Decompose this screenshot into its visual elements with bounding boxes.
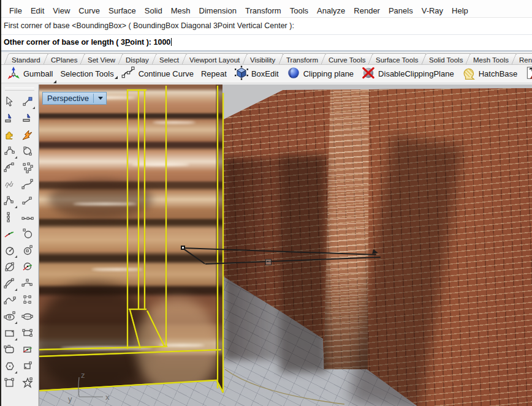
menu-transform[interactable]: Transform [241,5,286,17]
tool-select-arrow[interactable] [2,94,18,110]
clipping-plane-icon [286,66,301,83]
command-history-text: First corner of base <BoundingBox> ( Bou… [4,21,294,30]
menu-analyze[interactable]: Analyze [313,5,349,17]
tab-transform[interactable]: Transform [278,53,327,64]
toolbar-button-selection-tools[interactable]: Selection Tools [59,69,117,79]
tool-circle-diameter[interactable] [2,259,18,275]
tool-plugin-puzzle[interactable] [2,127,18,143]
tab-curve-tools[interactable]: Curve Tools [321,53,374,64]
arc-start-end-icon [21,277,34,290]
toolbar-button-hatchbase[interactable]: HatchBase [460,65,522,83]
menu-render[interactable]: Render [349,5,384,17]
tool-arc-through-points[interactable] [2,160,18,176]
tool-star[interactable] [20,375,36,391]
tool-rounded-rectangle[interactable] [2,342,18,358]
menu-v-ray[interactable]: V-Ray [417,5,447,17]
tool-helix[interactable] [2,176,18,192]
star-icon [21,377,34,389]
toolbar-button-label: Repeat [201,69,227,78]
tool-multiple-points[interactable] [20,160,36,176]
curve-control-points-icon [4,145,16,157]
viewport-title-dropdown[interactable]: Perspective [42,92,107,105]
tool-blend-curve[interactable] [2,292,18,308]
toolbar-grip[interactable] [5,88,34,91]
rectangle-corner-icon [4,327,16,339]
square-icon [4,377,16,389]
menu-solid[interactable]: Solid [140,5,167,17]
tool-ellipse-center[interactable] [2,309,18,325]
rectangle-3point-icon [21,327,34,339]
command-prompt-label-end: oint ): [130,38,153,47]
tool-polygon-edge[interactable] [20,358,36,374]
viewport-title[interactable]: Perspective [47,94,93,103]
tool-vertical-line[interactable] [2,209,18,225]
circle-point-icon [21,244,34,257]
menu-view[interactable]: View [48,5,74,17]
tool-polygon-center[interactable] [2,358,18,374]
chevron-down-icon[interactable] [98,97,103,100]
tool-rectangle-center[interactable] [20,342,36,358]
tool-circle-center[interactable] [20,226,36,242]
blend-curve-icon [4,294,16,306]
menu-file[interactable]: File [5,5,26,17]
circle-center-icon [21,228,34,240]
toolbar-button-hidelayersindet[interactable]: HideLayersInDet [523,65,532,83]
tool-line-segments[interactable] [20,209,36,225]
tool-curve-through-points[interactable] [20,176,36,192]
tool-curve-control-points[interactable] [2,143,18,159]
circle-around-curve-icon [21,261,34,273]
tab-standard[interactable]: Standard [4,53,49,64]
multiple-points-icon [21,162,34,174]
tab-render-to[interactable]: Render To [511,53,532,64]
menu-panels[interactable]: Panels [384,5,417,17]
tool-circle-point[interactable] [20,242,36,258]
menu-dimension[interactable]: Dimension [195,5,241,17]
toolbar-button-clipping-plane[interactable]: Clipping plane [285,65,357,83]
line-two-point-icon [21,195,34,207]
command-input-value[interactable]: 1000 [153,38,170,47]
arc-center-icon [4,277,16,290]
tab-solid-tools[interactable]: Solid Tools [421,53,472,64]
tool-ellipse-diameter[interactable] [20,309,36,325]
tool-closed-curve[interactable] [20,143,36,159]
helix-icon [4,178,16,190]
tool-line-two-point[interactable] [20,193,36,209]
tool-line-normal[interactable] [2,226,18,242]
tool-move-uvn[interactable] [20,94,36,110]
viewport-perspective[interactable]: z y x Perspective [39,85,532,406]
toolbar-button-gumball[interactable]: Gumball [5,65,56,83]
menu-mesh[interactable]: Mesh [167,5,195,17]
window-edge [0,0,1,406]
command-prompt-line[interactable]: Other corner of base or length ( 3Point … [0,35,532,51]
tool-arc-start-end[interactable] [20,276,36,291]
tool-arc-center[interactable] [2,276,18,291]
menu-curve[interactable]: Curve [74,5,104,17]
circle-radius-icon [4,244,16,257]
menu-tools[interactable]: Tools [286,5,313,17]
tool-show-objects[interactable] [20,110,36,126]
toolbar-tab-bar: StandardCPlanesSet ViewDisplaySelectView… [0,52,532,65]
menu-surface[interactable]: Surface [104,5,140,17]
tab-mesh-tools[interactable]: Mesh Tools [465,53,517,64]
toolbar-button-label: BoxEdit [251,69,279,78]
toolbar-button-disableclippingplane[interactable]: DisableClippingPlane [360,65,458,83]
tool-explode[interactable] [20,127,36,143]
toolbar-button-continue-curve[interactable]: Continue Curve [120,65,197,83]
menu-edit[interactable]: Edit [26,5,48,17]
tool-rectangle-corner[interactable] [2,325,18,341]
command-prompt-label: Other corner of base or length ( 3 [4,38,125,47]
tab-surface-tools[interactable]: Surface Tools [368,53,427,64]
toolbar-button-boxedit[interactable]: BoxEdit [233,65,283,83]
tab-viewport-layout[interactable]: Viewport Layout [181,53,249,64]
menu-help[interactable]: Help [447,5,473,17]
tab-visibility[interactable]: Visibility [243,53,285,64]
tool-circle-around-curve[interactable] [20,259,36,275]
tool-polyline[interactable] [2,193,18,209]
toolbar-button-repeat[interactable]: Repeat [200,69,230,79]
tool-circle-radius[interactable] [2,242,18,258]
tool-edit-points[interactable] [20,292,36,308]
tool-square[interactable] [2,375,18,391]
tool-hide-objects[interactable] [2,110,18,126]
tool-rectangle-3point[interactable] [20,325,36,341]
toolbar-button-label: Selection Tools [60,69,113,78]
